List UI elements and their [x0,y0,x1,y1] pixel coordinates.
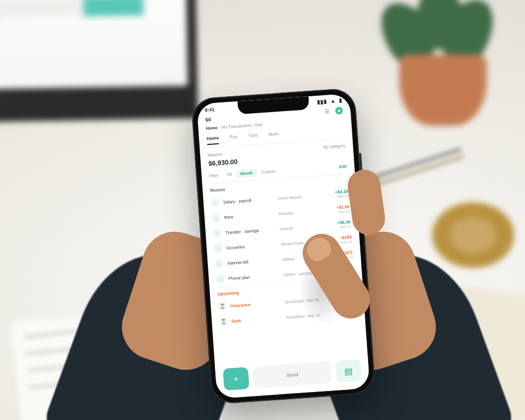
add-button[interactable]: ＋ [223,367,249,390]
txn-sub: Mar 02 [320,209,350,215]
tab-pay[interactable]: Pay [230,132,238,143]
txn-name: Internet bill [228,257,278,265]
avatar-icon[interactable]: ● [335,107,343,115]
finance-app: 9:41 ▮▮▮ ▲ ▮ $0 ☰ ● [197,94,370,399]
txn-arrow-icon: ⏳ [219,318,228,326]
txn-name: Gym [231,315,282,323]
filter-month[interactable]: Month [236,168,257,178]
hands-holding-phone: 9:41 ▮▮▮ ▲ ▮ $0 ☰ ● [137,93,421,420]
filter-label: Filter [209,173,218,178]
txn-sub: Mar 01 [319,194,349,200]
txn-meta: Internal [279,224,317,231]
photo-scene: 9:41 ▮▮▮ ▲ ▮ $0 ☰ ● [0,0,525,420]
txn-meta: Direct deposit [277,193,315,201]
breadcrumb-current: My Transactions / Due [221,122,262,130]
filter-all[interactable]: All [223,170,236,179]
txn-amount: +$4.2kMar 01 [319,189,349,200]
txn-name: Groceries [226,242,277,250]
battery-icon: ▮ [339,97,342,103]
plus-icon: ＋ [231,373,241,385]
txn-sub: Mar 02 [322,224,351,230]
card-icon: ▤ [344,365,353,376]
txn-arrow-icon: ↓ [216,275,224,283]
txn-arrow-icon: ↓ [215,260,223,268]
txn-meta: Scheduled · Mar 08 [285,297,323,305]
bell-icon[interactable]: ☰ [323,107,331,115]
txn-amount: −$1.5kMar 02 [320,204,350,215]
status-time: 9:41 [205,107,215,113]
signal-icon: ▮▮▮ [317,98,327,105]
tab-txns[interactable]: Txns [248,131,258,142]
summary-label: Balance [208,151,223,158]
txn-name: Rent [224,212,275,220]
smartphone: 9:41 ▮▮▮ ▲ ▮ $0 ☰ ● [191,88,376,405]
gold-trinket-dish [432,202,514,268]
txn-arrow-icon: ⏳ [218,302,226,311]
txn-arrow-icon: ↓ [212,214,220,222]
monitor-progressbar-blur [0,0,144,18]
filter-custom[interactable]: Custom [256,167,280,177]
txn-name: Insurance [230,300,281,308]
txn-name: Transfer · savings [225,226,276,235]
wifi-icon: ▲ [330,98,336,104]
header-balance-small: $0 [205,117,211,123]
txn-arrow-icon: ↑ [211,199,219,207]
txn-meta: Housing [278,208,316,216]
card-button[interactable]: ▤ [335,359,362,383]
send-button[interactable]: Send [252,361,332,388]
txn-arrow-icon: ↕ [213,229,221,237]
txn-name: Salary · payroll [223,196,273,205]
edit-link[interactable]: Edit [339,164,347,170]
summary-right[interactable]: By category [324,143,346,150]
breadcrumb-root[interactable]: Home [206,125,217,131]
tab-home[interactable]: Home [206,133,219,145]
phone-body: 9:41 ▮▮▮ ▲ ▮ $0 ☰ ● [191,88,376,405]
txn-amount: +$6.3kMar 02 [322,219,351,230]
txn-meta: Scheduled · Mar 10 [285,312,323,320]
bottom-bar: ＋ Send ▤ [215,353,370,399]
txn-arrow-icon: ↓ [214,244,223,253]
txn-name: Phone plan [229,272,279,281]
phone-screen: 9:41 ▮▮▮ ▲ ▮ $0 ☰ ● [197,94,370,399]
tab-more[interactable]: More [268,129,279,140]
